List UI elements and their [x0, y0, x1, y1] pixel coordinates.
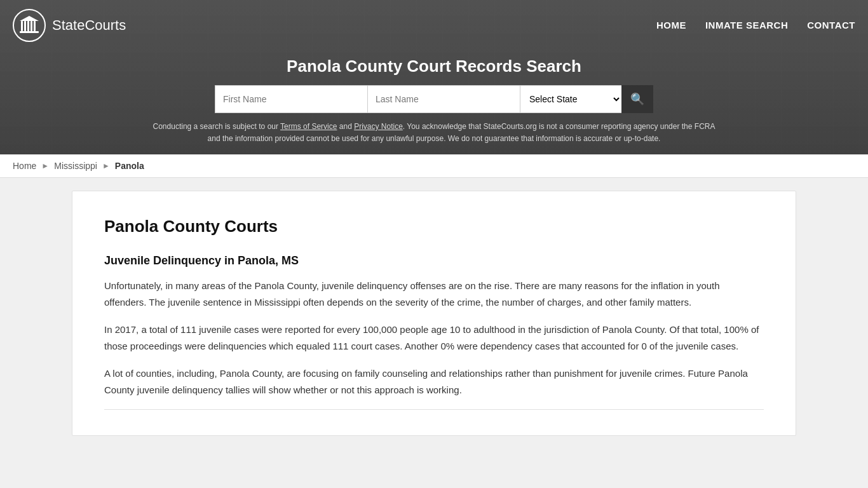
breadcrumb-home[interactable]: Home [13, 161, 36, 171]
first-name-input[interactable] [215, 85, 367, 113]
state-select[interactable]: Select State Alabama Alaska Arizona Arka… [520, 85, 621, 113]
privacy-link[interactable]: Privacy Notice [354, 122, 403, 131]
search-bar: Select State Alabama Alaska Arizona Arka… [13, 85, 855, 113]
nav-inmate-search[interactable]: INMATE SEARCH [705, 20, 788, 30]
breadcrumb: Home ► Mississippi ► Panola [0, 154, 868, 178]
nav-links: HOME INMATE SEARCH CONTACT [656, 20, 855, 30]
page-title: Panola County Court Records Search [13, 57, 855, 76]
breadcrumb-state[interactable]: Mississippi [54, 161, 97, 171]
last-name-input[interactable] [367, 85, 520, 113]
nav-contact[interactable]: CONTACT [807, 20, 855, 30]
svg-rect-0 [21, 21, 23, 31]
content-para-3: A lot of counties, including, Panola Cou… [104, 365, 764, 398]
logo-icon [13, 9, 46, 42]
svg-rect-2 [27, 21, 29, 31]
nav-home[interactable]: HOME [656, 20, 686, 30]
svg-rect-4 [34, 21, 36, 31]
nav-bar: StateCourts HOME INMATE SEARCH CONTACT [0, 0, 868, 50]
svg-rect-1 [24, 21, 26, 31]
breadcrumb-sep-2: ► [102, 161, 110, 170]
content-main-title: Panola County Courts [104, 217, 764, 236]
svg-rect-3 [31, 21, 32, 31]
search-button[interactable]: 🔍 [621, 85, 653, 113]
disclaimer-text: Conducting a search is subject to our Te… [148, 121, 720, 145]
site-header: StateCourts HOME INMATE SEARCH CONTACT P… [0, 0, 868, 154]
content-card: Panola County Courts Juvenile Delinquenc… [72, 191, 796, 436]
search-icon: 🔍 [630, 92, 644, 106]
terms-link[interactable]: Terms of Service [280, 122, 337, 131]
breadcrumb-county: Panola [115, 161, 144, 171]
header-content: StateCourts HOME INMATE SEARCH CONTACT P… [0, 0, 868, 154]
logo-text: StateCourts [52, 17, 126, 34]
content-para-1: Unfortunately, in many areas of the Pano… [104, 278, 764, 310]
content-para-2: In 2017, a total of 111 juvenile cases w… [104, 322, 764, 354]
section-divider [104, 409, 764, 410]
svg-marker-5 [20, 16, 39, 21]
main-content: Panola County Courts Juvenile Delinquenc… [59, 191, 809, 436]
breadcrumb-sep-1: ► [41, 161, 49, 170]
section1-title: Juvenile Delinquency in Panola, MS [104, 254, 764, 268]
svg-rect-6 [20, 31, 39, 33]
search-section: Panola County Court Records Search Selec… [0, 50, 868, 154]
logo-link[interactable]: StateCourts [13, 9, 126, 42]
